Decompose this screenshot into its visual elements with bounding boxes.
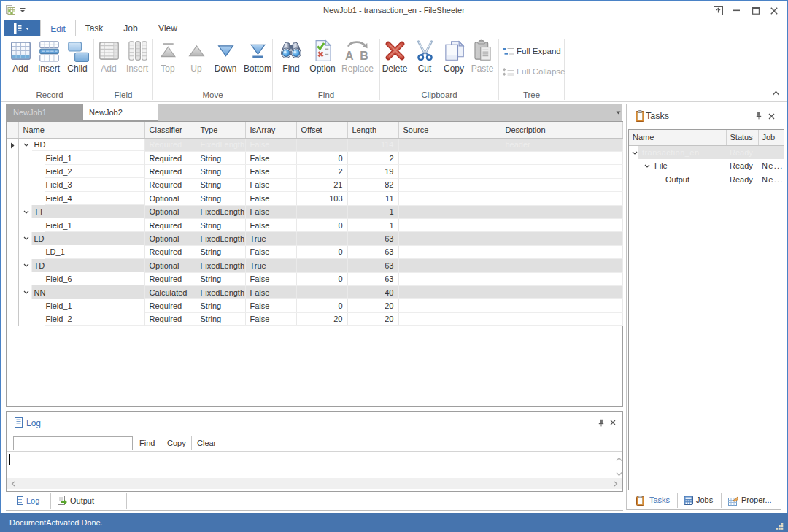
- svg-text:A: A: [345, 50, 354, 61]
- svg-text:B: B: [360, 50, 368, 61]
